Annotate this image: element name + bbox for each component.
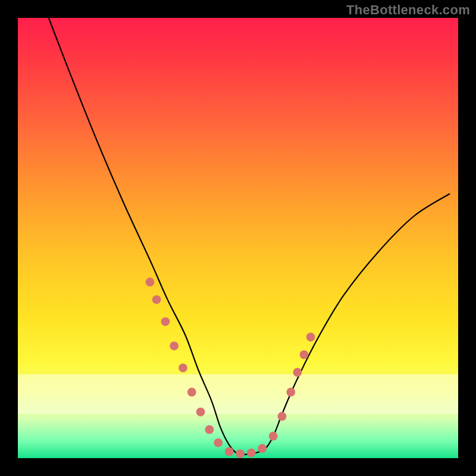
- data-marker: [161, 317, 170, 326]
- data-marker: [146, 278, 155, 287]
- data-marker: [269, 432, 278, 441]
- data-marker: [178, 364, 187, 372]
- data-marker: [278, 412, 287, 421]
- data-marker: [286, 388, 295, 397]
- data-marker: [258, 444, 267, 453]
- chart-frame: TheBottleneck.com: [0, 0, 476, 476]
- data-marker: [300, 350, 309, 359]
- data-marker: [247, 449, 256, 458]
- data-marker: [170, 342, 178, 350]
- data-marker: [214, 439, 223, 447]
- data-marker: [196, 408, 205, 416]
- chart-svg: [18, 18, 458, 458]
- bottleneck-curve: [49, 18, 449, 455]
- marker-group: [146, 278, 315, 458]
- data-marker: [205, 425, 214, 434]
- data-marker: [187, 388, 196, 397]
- watermark-label: TheBottleneck.com: [346, 2, 470, 18]
- data-marker: [293, 368, 302, 377]
- data-marker: [236, 449, 245, 458]
- data-marker: [225, 447, 234, 456]
- plot-area: [18, 18, 458, 458]
- data-marker: [306, 333, 315, 342]
- data-marker: [152, 295, 161, 304]
